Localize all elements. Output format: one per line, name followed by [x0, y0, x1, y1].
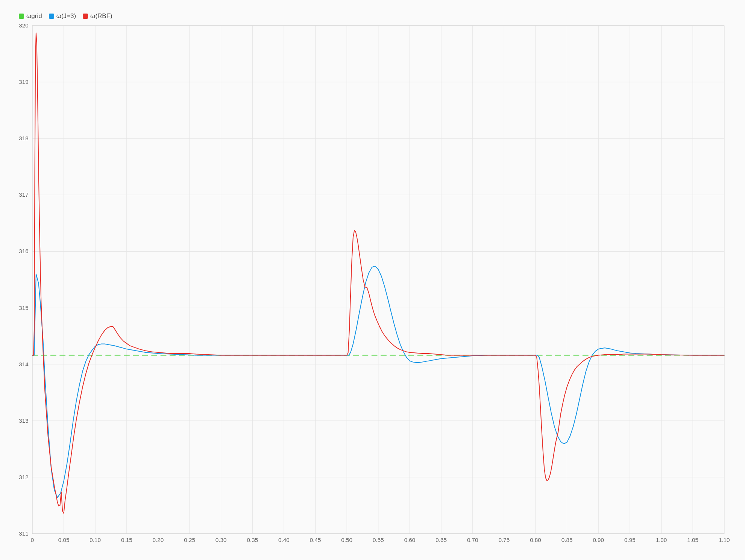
x-tick-label: 0.75: [499, 537, 510, 543]
x-tick-label: 0.90: [593, 537, 604, 543]
legend-item: ω(RBF): [83, 12, 112, 20]
x-tick-label: 1.00: [656, 537, 667, 543]
chart-legend: ωgridω(J=3)ω(RBF): [11, 11, 730, 21]
x-tick-label: 0.50: [341, 537, 352, 543]
legend-swatch: [19, 14, 24, 19]
legend-label: ω(RBF): [90, 12, 112, 20]
line-chart: ωgridω(J=3)ω(RBF) 00.050.100.150.200.250…: [0, 0, 745, 560]
legend-swatch: [49, 14, 54, 19]
x-tick-label: 0.35: [247, 537, 258, 543]
x-tick-label: 0.80: [530, 537, 541, 543]
legend-item: ωgrid: [19, 12, 42, 20]
x-tick-label: 0.10: [90, 537, 101, 543]
legend-label: ωgrid: [26, 12, 42, 20]
y-tick-label: 315: [19, 305, 28, 311]
legend-item: ω(J=3): [49, 12, 76, 20]
x-tick-label: 0.60: [404, 537, 416, 543]
x-tick-label: 0.95: [624, 537, 636, 543]
y-tick-label: 312: [19, 474, 28, 480]
x-tick-label: 0.05: [58, 537, 70, 543]
x-tick-label: 0.15: [121, 537, 132, 543]
y-tick-label: 313: [19, 417, 28, 424]
y-tick-label: 319: [19, 79, 28, 85]
plot-area: 00.050.100.150.200.250.300.350.400.450.5…: [11, 21, 730, 549]
x-tick-label: 0.70: [467, 537, 478, 543]
x-tick-label: 0: [31, 537, 34, 543]
y-tick-label: 316: [19, 248, 28, 255]
y-tick-label: 317: [19, 191, 28, 198]
x-tick-label: 0.20: [153, 537, 164, 543]
y-tick-label: 314: [19, 361, 28, 367]
x-tick-label: 0.25: [184, 537, 195, 543]
y-tick-label: 318: [19, 135, 28, 141]
x-tick-label: 0.85: [561, 537, 573, 543]
y-tick-label: 311: [19, 530, 28, 537]
x-tick-label: 0.65: [435, 537, 447, 543]
x-tick-label: 0.30: [215, 537, 227, 543]
y-tick-label: 320: [19, 22, 28, 29]
legend-label: ω(J=3): [56, 12, 76, 20]
legend-swatch: [83, 14, 88, 19]
x-tick-label: 0.40: [278, 537, 290, 543]
x-tick-label: 1.05: [687, 537, 698, 543]
x-tick-label: 0.55: [373, 537, 384, 543]
x-tick-label: 0.45: [310, 537, 321, 543]
x-tick-label: 1.10: [719, 537, 730, 543]
